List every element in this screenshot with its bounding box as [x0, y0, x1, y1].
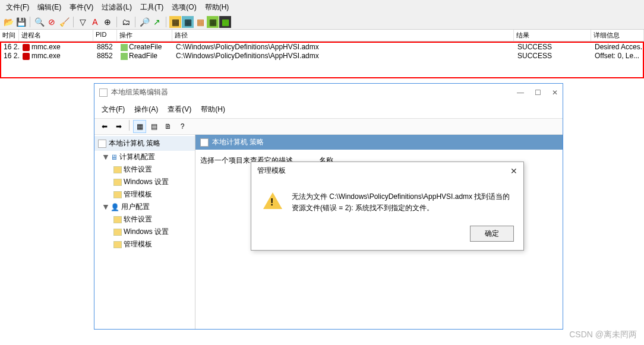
cell-path: C:\Windows\PolicyDefinitions\AppHVSI.adm… [173, 43, 515, 52]
table-row[interactable]: 16 2... mmc.exe 8852 CreateFile C:\Windo… [1, 43, 643, 52]
computer-icon: 🖥 [111, 153, 118, 162]
cell-path: C:\Windows\PolicyDefinitions\AppHVSI.adm… [173, 52, 515, 61]
tree-software-settings[interactable]: 软件设置 [94, 163, 195, 176]
watermark: CSDN @离未罔两 [569, 330, 637, 340]
gpedit-titlebar[interactable]: 本地组策略编辑器 — ☐ ✕ [94, 84, 563, 101]
dialog-title: 管理模板 [257, 166, 286, 176]
help-icon[interactable]: ? [176, 120, 189, 133]
cell-op: CreateFile [118, 43, 173, 52]
find-icon[interactable]: 🔎 [138, 16, 150, 28]
col-operation[interactable]: 操作 [117, 30, 172, 41]
cell-detail: Desired Acces... [592, 43, 643, 52]
include-icon[interactable]: ⊕ [102, 16, 113, 28]
menu-filter[interactable]: 过滤器(L) [98, 1, 135, 14]
user-icon: 👤 [111, 203, 119, 211]
forward-icon[interactable]: ➡ [112, 120, 125, 133]
warning-icon [263, 191, 282, 210]
profiling-icon[interactable]: ▦ [219, 16, 231, 28]
cell-time: 16 2... [1, 52, 20, 61]
maximize-button[interactable]: ☐ [535, 88, 541, 97]
folder-icon [113, 241, 122, 248]
gpedit-toolbar: ⬅ ➡ ▦ ▤ 🗎 ? [94, 118, 563, 135]
col-result[interactable]: 结果 [514, 30, 591, 41]
network-icon[interactable]: ▦ [194, 16, 206, 28]
menu-options[interactable]: 选项(O) [168, 1, 200, 14]
folder-icon [113, 191, 122, 198]
file-op-icon [121, 53, 128, 60]
app-icon [99, 88, 108, 97]
tree-admin-templates[interactable]: 管理模板 [94, 188, 195, 201]
gmenu-view[interactable]: 查看(V) [165, 103, 194, 116]
highlight-icon[interactable]: A [89, 16, 101, 28]
view-detail-icon[interactable]: ▤ [147, 120, 160, 133]
jump-icon[interactable]: ↗ [151, 16, 163, 28]
open-icon[interactable]: 📂 [2, 16, 14, 28]
back-icon[interactable]: ⬅ [98, 120, 111, 133]
tree-admin-templates-u[interactable]: 管理模板 [94, 238, 195, 251]
main-menu: 文件(F) 编辑(E) 事件(V) 过滤器(L) 工具(T) 选项(O) 帮助(… [0, 0, 644, 15]
clear-icon[interactable]: 🧹 [58, 16, 70, 28]
cell-pid: 8852 [94, 43, 118, 52]
dialog-close-button[interactable]: ✕ [510, 166, 517, 176]
cell-result: SUCCESS [515, 52, 592, 61]
capture-icon[interactable]: 🔍 [33, 16, 45, 28]
tree-software-settings-u[interactable]: 软件设置 [94, 213, 195, 226]
policy-icon [98, 140, 106, 148]
content-header: 本地计算机 策略 [195, 135, 563, 150]
tree-root[interactable]: 本地计算机 策略 [94, 136, 195, 151]
filesystem-icon[interactable]: ▦ [182, 16, 194, 28]
policy-icon [200, 138, 209, 147]
cell-detail: Offset: 0, Le... [592, 52, 643, 61]
menu-help[interactable]: 帮助(H) [201, 1, 233, 14]
process-icon [23, 53, 30, 60]
col-time[interactable]: 时间 [0, 30, 19, 41]
refresh-icon[interactable]: 🗎 [162, 120, 175, 133]
folder-icon [113, 229, 122, 236]
menu-tools[interactable]: 工具(T) [137, 1, 167, 14]
file-op-icon [121, 44, 128, 51]
table-header: 时间 进程名 PID 操作 路径 结果 详细信息 [0, 30, 644, 42]
filter-icon[interactable]: ▽ [77, 16, 89, 28]
cell-pid: 8852 [94, 52, 118, 61]
col-pid[interactable]: PID [93, 30, 117, 41]
folder-icon [113, 179, 122, 186]
menu-edit[interactable]: 编辑(E) [34, 1, 65, 14]
menu-event[interactable]: 事件(V) [66, 1, 97, 14]
highlighted-rows: 16 2... mmc.exe 8852 CreateFile C:\Windo… [0, 42, 644, 78]
window-title: 本地组策略编辑器 [111, 87, 168, 97]
process-tree-icon[interactable]: 🗂 [120, 16, 132, 28]
process-icon[interactable]: ▦ [207, 16, 219, 28]
col-detail[interactable]: 详细信息 [591, 30, 644, 41]
cell-op: ReadFile [118, 52, 173, 61]
gpedit-menu: 文件(F) 操作(A) 查看(V) 帮助(H) [94, 101, 563, 118]
cell-process: mmc.exe [20, 52, 94, 61]
view-list-icon[interactable]: ▦ [133, 120, 146, 133]
col-path[interactable]: 路径 [172, 30, 514, 41]
tree-computer-config[interactable]: ⯆🖥计算机配置 [94, 151, 195, 163]
folder-icon [113, 216, 122, 223]
tree-windows-settings[interactable]: Windows 设置 [94, 176, 195, 188]
tree-pane: 本地计算机 策略 ⯆🖥计算机配置 软件设置 Windows 设置 管理模板 ⯆👤… [94, 135, 195, 329]
gmenu-help[interactable]: 帮助(H) [198, 103, 228, 116]
menu-file[interactable]: 文件(F) [2, 1, 33, 14]
error-dialog: 管理模板 ✕ 无法为文件 C:\Windows\PolicyDefinition… [251, 162, 524, 251]
process-icon [23, 44, 30, 51]
ok-button[interactable]: 确定 [470, 226, 514, 242]
tree-windows-settings-u[interactable]: Windows 设置 [94, 226, 195, 238]
save-icon[interactable]: 💾 [15, 16, 27, 28]
minimize-button[interactable]: — [517, 88, 524, 97]
table-row[interactable]: 16 2... mmc.exe 8852 ReadFile C:\Windows… [1, 52, 643, 61]
dialog-message: 无法为文件 C:\Windows\PolicyDefinitions\AppHV… [292, 191, 512, 214]
tree-user-config[interactable]: ⯆👤用户配置 [94, 201, 195, 213]
col-process[interactable]: 进程名 [19, 30, 93, 41]
autoscroll-icon[interactable]: ⊘ [46, 16, 58, 28]
cell-process: mmc.exe [20, 43, 94, 52]
dialog-titlebar[interactable]: 管理模板 ✕ [251, 162, 523, 179]
cell-result: SUCCESS [515, 43, 592, 52]
close-button[interactable]: ✕ [552, 88, 558, 97]
gmenu-file[interactable]: 文件(F) [99, 103, 127, 116]
cell-time: 16 2... [1, 43, 20, 52]
main-toolbar: 📂 💾 🔍 ⊘ 🧹 ▽ A ⊕ 🗂 🔎 ↗ ▦ ▦ ▦ ▦ ▦ [0, 15, 644, 30]
registry-icon[interactable]: ▦ [169, 16, 181, 28]
gmenu-action[interactable]: 操作(A) [132, 103, 160, 116]
